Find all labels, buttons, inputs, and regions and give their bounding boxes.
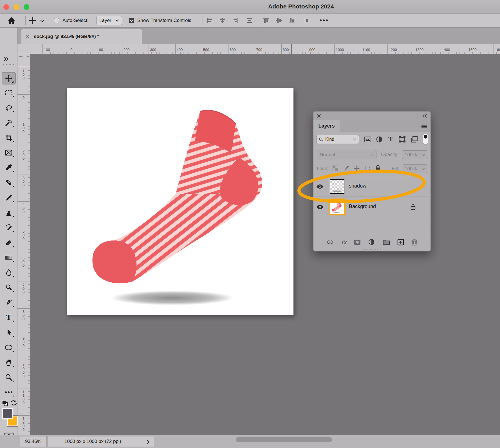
tool-more[interactable] (1, 387, 16, 398)
filter-kind-select[interactable]: Kind (316, 135, 359, 144)
align-top-button[interactable] (262, 17, 270, 24)
tool-hand[interactable] (1, 357, 16, 368)
filter-pixel-layers-icon[interactable] (364, 136, 371, 143)
tool-zoom[interactable] (1, 372, 16, 383)
tool-frame[interactable] (1, 147, 16, 158)
align-bottom-button[interactable] (288, 17, 295, 24)
align-left-button[interactable] (206, 17, 213, 24)
adjustment-layer-icon[interactable] (368, 239, 375, 246)
close-window-button[interactable] (3, 4, 9, 10)
tool-blur[interactable] (1, 267, 16, 278)
horizontal-ruler[interactable]: 1000100200300400500600700800900100011001… (30, 44, 500, 54)
tool-pen[interactable] (1, 297, 16, 308)
toolbar-grip[interactable] (3, 64, 14, 65)
tool-move[interactable] (2, 72, 16, 84)
chevron-right-icon (147, 440, 149, 444)
filter-shape-layers-icon[interactable] (398, 136, 406, 143)
ruler-label: 160 (495, 48, 500, 52)
lock-position-icon[interactable] (353, 165, 360, 172)
new-layer-icon[interactable] (397, 239, 404, 246)
filter-smart-objects-icon[interactable] (411, 136, 418, 143)
tool-eyedropper[interactable] (1, 162, 16, 173)
fill-label: Fill: (392, 166, 399, 171)
layer-thumbnail-background[interactable] (329, 199, 346, 215)
zoom-window-button[interactable] (24, 4, 29, 10)
new-group-icon[interactable] (383, 239, 390, 245)
collapse-toolbar-button[interactable] (3, 57, 10, 61)
swap-colors-button[interactable] (10, 399, 17, 407)
lock-transparency-icon[interactable] (332, 165, 339, 172)
gradient-icon (5, 254, 13, 261)
tool-dodge[interactable] (1, 282, 16, 293)
ruler-origin-corner[interactable] (17, 44, 30, 54)
tool-marquee[interactable] (1, 87, 16, 98)
tool-history-brush[interactable] (1, 222, 16, 233)
tool-type[interactable]: T (1, 312, 16, 323)
document-canvas[interactable] (67, 88, 293, 315)
tool-eraser[interactable] (1, 237, 16, 248)
window-titlebar: Adobe Photoshop 2024 (0, 0, 500, 14)
tool-gradient[interactable] (1, 252, 16, 263)
foreground-color-swatch[interactable] (2, 408, 13, 419)
move-tool-preset-button[interactable] (29, 17, 37, 24)
tool-clone-stamp[interactable] (1, 207, 16, 218)
opacity-select[interactable]: 100% (402, 150, 428, 159)
panel-menu-icon[interactable] (421, 124, 427, 128)
zoom-level-field[interactable]: 93.46% (20, 436, 47, 447)
filter-type-layers-icon[interactable]: T (388, 135, 393, 143)
layer-name[interactable]: Background (349, 204, 376, 209)
link-layers-icon[interactable] (326, 239, 334, 245)
layer-row-background[interactable]: Background (313, 197, 431, 217)
filtering-toggle[interactable] (423, 134, 428, 144)
tool-shape-ellipse[interactable] (1, 342, 16, 353)
minimize-window-button[interactable] (14, 4, 19, 10)
visibility-cell[interactable] (313, 197, 326, 217)
tool-healing-brush[interactable] (1, 177, 16, 188)
blend-mode-select[interactable]: Normal (317, 150, 376, 159)
ruler-label: 0 (23, 96, 26, 99)
collapse-panel-icon[interactable] (422, 114, 427, 118)
layer-thumbnail-shadow[interactable] (330, 179, 344, 194)
more-options-button[interactable] (319, 19, 326, 26)
tool-path-selection[interactable] (1, 327, 16, 338)
home-button[interactable] (7, 17, 16, 24)
lock-artboard-icon[interactable] (364, 165, 371, 172)
distribute-vertical-button[interactable] (303, 17, 311, 24)
layer-style-icon[interactable]: fx (341, 239, 347, 246)
tool-crop[interactable] (1, 132, 16, 143)
selection-arrow-icon (5, 329, 13, 336)
distribute-horizontal-button[interactable] (246, 17, 253, 24)
align-middle-button[interactable] (275, 17, 282, 24)
tool-preset-chevron[interactable] (40, 19, 44, 22)
vertical-ruler[interactable]: 1000100200300400500600700800900100011001… (17, 54, 30, 435)
lock-all-icon[interactable] (375, 165, 381, 172)
add-mask-icon[interactable] (354, 239, 361, 245)
close-tab-icon[interactable] (25, 34, 30, 39)
document-pasteboard[interactable]: Layers Kind T (30, 54, 500, 435)
layer-row-shadow[interactable]: shadow (313, 176, 431, 197)
close-panel-icon[interactable] (317, 114, 321, 118)
document-info-field[interactable]: 1000 px x 1000 px (72 ppi) (47, 436, 154, 447)
default-colors-button[interactable] (2, 400, 9, 407)
show-transform-checkbox[interactable] (129, 18, 134, 23)
horizontal-scrollbar-thumb[interactable] (236, 437, 332, 442)
ruler-label: 400 (23, 203, 26, 214)
fill-select[interactable]: 100% (402, 164, 428, 173)
layer-name[interactable]: shadow (349, 183, 366, 189)
tool-lasso[interactable] (1, 102, 16, 113)
swap-colors-icon (10, 399, 17, 407)
delete-layer-icon[interactable] (411, 239, 418, 246)
align-right-button[interactable] (232, 17, 239, 24)
filter-adjustment-layers-icon[interactable] (376, 136, 383, 143)
align-center-h-button[interactable] (219, 17, 226, 24)
panel-resize-grip[interactable] (362, 249, 382, 250)
visibility-cell[interactable] (313, 176, 326, 197)
tab-layers[interactable]: Layers (313, 120, 340, 132)
eraser-icon (5, 239, 13, 246)
auto-select-target-select[interactable]: Layer (96, 16, 122, 25)
lock-pixels-icon[interactable] (343, 165, 349, 172)
document-tab[interactable]: sock.jpg @ 93.5% (RGB/8#) * (21, 29, 142, 44)
tool-brush[interactable] (1, 192, 16, 203)
tool-magic-wand[interactable] (1, 117, 16, 128)
auto-select-checkbox[interactable] (54, 18, 59, 23)
